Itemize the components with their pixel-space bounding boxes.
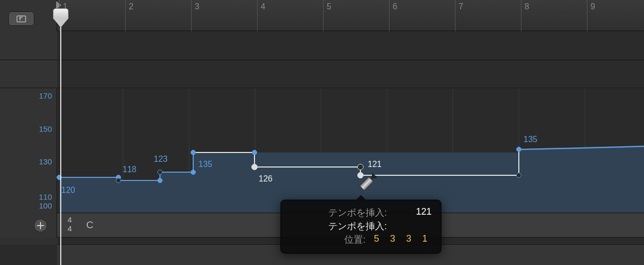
bar-number: 6 bbox=[393, 2, 397, 11]
bar-number: 2 bbox=[129, 2, 133, 11]
tempo-node-editing[interactable] bbox=[251, 164, 258, 170]
tooltip-value: 121 bbox=[395, 206, 432, 219]
time-sig-numerator: 4 bbox=[68, 215, 72, 224]
playhead-line[interactable] bbox=[60, 9, 61, 265]
tempo-graph bbox=[57, 88, 644, 213]
tempo-node[interactable] bbox=[116, 178, 121, 183]
tempo-node-insert[interactable] bbox=[357, 172, 364, 178]
tempo-value: 123 bbox=[154, 155, 168, 164]
tooltip-value bbox=[395, 220, 432, 232]
bar-marker[interactable]: 5 bbox=[323, 0, 324, 31]
time-sig-denominator: 4 bbox=[68, 224, 72, 233]
plus-icon bbox=[37, 222, 44, 229]
tempo-node[interactable] bbox=[516, 147, 521, 152]
add-signature-button[interactable] bbox=[34, 219, 47, 232]
y-tick: 150 bbox=[0, 124, 57, 133]
y-tick: 170 bbox=[0, 91, 57, 100]
bar-marker[interactable]: 8 bbox=[521, 0, 521, 31]
tempo-value: 118 bbox=[123, 165, 137, 174]
tempo-track[interactable]: 120 118 123 135 126 121 135 bbox=[57, 88, 644, 213]
insert-tempo-tooltip: テンポを挿入: 121 テンポを挿入: 位置: 5 3 3 1 bbox=[280, 200, 441, 254]
bar-marker[interactable]: 7 bbox=[455, 0, 455, 31]
bar-marker[interactable]: 4 bbox=[257, 0, 258, 31]
y-tick: 100 bbox=[0, 201, 57, 210]
bar-number: 9 bbox=[591, 2, 595, 11]
arrangement-track-lane[interactable] bbox=[57, 60, 644, 88]
tooltip-label: テンポを挿入: bbox=[290, 206, 387, 219]
tooltip-label: 位置: bbox=[290, 233, 366, 246]
bar-marker[interactable]: 2 bbox=[125, 0, 126, 31]
bar-number: 3 bbox=[195, 2, 199, 11]
bar-marker[interactable]: 9 bbox=[587, 0, 587, 31]
tempo-node[interactable] bbox=[157, 178, 163, 183]
bar-number: 4 bbox=[261, 2, 265, 11]
y-tick: 130 bbox=[0, 157, 57, 166]
bar-marker[interactable]: 6 bbox=[389, 0, 390, 31]
tempo-node[interactable] bbox=[191, 150, 196, 155]
tooltip-label: テンポを挿入: bbox=[290, 220, 387, 232]
tempo-value: 135 bbox=[198, 160, 212, 169]
key-signature[interactable]: C bbox=[86, 219, 93, 231]
bar-number: 8 bbox=[525, 2, 529, 11]
bar-marker[interactable]: 3 bbox=[191, 0, 192, 31]
bar-ruler[interactable]: 123456789 bbox=[57, 0, 644, 31]
tempo-value: 126 bbox=[259, 174, 273, 184]
svg-rect-0 bbox=[17, 16, 26, 22]
marker-track-lane[interactable] bbox=[57, 31, 644, 60]
catch-icon bbox=[16, 15, 26, 23]
tooltip-position: 5 3 3 1 bbox=[374, 233, 432, 246]
tempo-value: 135 bbox=[524, 135, 538, 144]
tempo-value: 120 bbox=[61, 186, 75, 195]
tempo-node[interactable] bbox=[157, 170, 163, 175]
y-tick: 110 bbox=[0, 192, 57, 201]
tempo-value: 121 bbox=[368, 160, 382, 169]
tempo-node[interactable] bbox=[191, 170, 196, 175]
bar-number: 5 bbox=[327, 2, 331, 11]
tempo-node[interactable] bbox=[516, 173, 521, 178]
tempo-node[interactable] bbox=[252, 150, 257, 155]
bar-number: 7 bbox=[459, 2, 463, 11]
tempo-node-editing[interactable] bbox=[357, 164, 364, 170]
catch-mode-button[interactable] bbox=[8, 11, 34, 26]
time-signature[interactable]: 4 4 bbox=[68, 215, 72, 233]
